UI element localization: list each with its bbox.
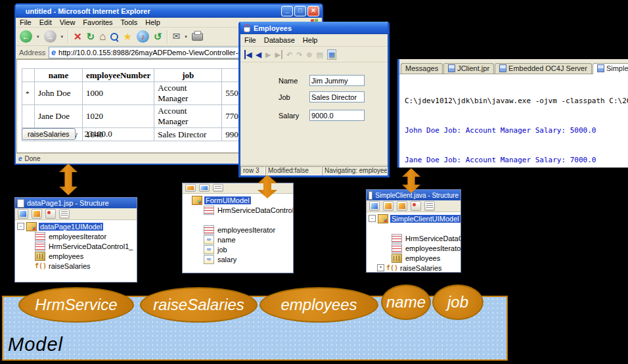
tree-node[interactable]: xy salary (183, 254, 293, 264)
collapse-icon[interactable]: - (17, 223, 24, 230)
iterator-icon (392, 244, 402, 253)
tree-node-root[interactable]: FormUIModel (183, 195, 293, 205)
menu-file[interactable]: File (244, 36, 256, 44)
expand-icon[interactable]: + (377, 264, 384, 271)
simpleclient-panel-titlebar[interactable]: SimpleClient.java - Structure (367, 190, 460, 200)
tab-messages[interactable]: Messages (401, 63, 443, 74)
tree-node[interactable]: + f() raiseSalaries (367, 263, 460, 272)
uimodel-view-icon[interactable] (32, 209, 42, 219)
job-field[interactable] (309, 91, 365, 102)
find-icon[interactable]: ⊕ (306, 50, 312, 59)
java-cup-icon (243, 24, 251, 32)
mail-caret-icon[interactable]: ▾ (185, 34, 187, 39)
property-list-icon[interactable] (59, 209, 70, 219)
tree-node-root[interactable]: - SimpleClientUIModel (367, 214, 460, 223)
copy-icon[interactable]: ▤ (317, 50, 323, 59)
tree-node[interactable]: f() raiseSalaries (15, 261, 137, 271)
name-label: Name (279, 77, 298, 85)
status-navigating: Navigating: employeesIterator (322, 166, 388, 175)
menu-help[interactable]: Help (145, 18, 160, 26)
undo-icon[interactable]: ↶ (286, 50, 292, 59)
iterator-icon (35, 242, 45, 251)
employees-titlebar[interactable]: Employees (240, 22, 388, 34)
back-button-icon[interactable]: ← (20, 30, 32, 43)
refresh-button-icon[interactable]: ↻ (87, 32, 95, 41)
tab-jclient-jpr[interactable]: JClient.jpr (443, 63, 494, 74)
print-button-icon[interactable] (192, 33, 203, 41)
raise-salaries-button[interactable]: raiseSalaries (22, 128, 76, 140)
freeze-view-icon[interactable] (199, 184, 210, 192)
source-view-icon[interactable] (369, 201, 380, 211)
close-button[interactable]: ✕ (307, 6, 319, 16)
tree-node-root[interactable]: - dataPage1UIModel (15, 221, 137, 231)
datapage-panel-toolbar (15, 208, 137, 220)
collapse-icon[interactable]: - (369, 215, 376, 222)
menu-database[interactable]: Database (264, 36, 295, 44)
redo-icon[interactable]: ↷ (296, 50, 302, 59)
tree-node[interactable]: employees (367, 253, 460, 263)
menu-help[interactable]: Help (303, 36, 318, 44)
uimodel-view-icon[interactable] (185, 184, 196, 192)
uimodel-view-icon[interactable] (383, 201, 393, 211)
tree-node[interactable]: employeesIterator (183, 225, 293, 235)
first-record-icon[interactable]: ◀ (244, 50, 252, 59)
tree-node[interactable]: HrmServiceDataControl1 (367, 233, 460, 243)
toolbar-separator (68, 30, 69, 43)
pin-icon[interactable] (411, 201, 421, 211)
media-button-icon[interactable]: ♪ (137, 30, 149, 43)
salary-field[interactable] (309, 110, 365, 121)
tree-node[interactable]: xy name (183, 235, 293, 244)
property-list-icon[interactable] (424, 201, 435, 211)
form-tree: FormUIModel HrmServiceDataControl1_ empl… (183, 194, 293, 273)
cell-job: Sales Director (154, 128, 222, 141)
log-line: C:\jdev1012\jdk\bin\javaw.exe -ojvm -cla… (405, 96, 628, 106)
form-panel-toolbar (183, 183, 293, 194)
forward-caret-icon[interactable]: ▾ (61, 34, 64, 39)
cell-number: 1020 (83, 105, 154, 128)
commit-icon[interactable]: ▦ (327, 49, 336, 60)
search-button-icon[interactable] (110, 33, 118, 41)
forward-button-icon[interactable]: → (44, 30, 56, 43)
tab-simpleclient-jpr[interactable]: SimpleClient.jpr (593, 63, 628, 74)
previous-record-icon[interactable]: ◀ (256, 50, 261, 59)
model-view-icon[interactable] (397, 201, 407, 211)
datapage-panel-titlebar[interactable]: dataPage1.jsp - Structure (15, 198, 137, 208)
pin-icon[interactable] (45, 209, 56, 219)
menu-tools[interactable]: Tools (121, 18, 138, 26)
stop-button-icon[interactable]: ✕ (74, 32, 82, 41)
project-jar-icon (448, 64, 455, 72)
favorites-button-icon[interactable]: ★ (123, 32, 131, 41)
tree-node[interactable]: employeesIterator (367, 243, 460, 253)
menu-file[interactable]: File (20, 18, 32, 26)
property-list-icon[interactable] (213, 184, 223, 192)
cell-number: 1000 (83, 82, 154, 105)
mail-button-icon[interactable]: ✉ (173, 32, 181, 41)
employees-window: Employees File Database Help ◀ ◀ ▶ ▶ ↶ ↷… (238, 22, 390, 177)
iterator-icon (204, 225, 214, 235)
back-caret-icon[interactable]: ▾ (37, 34, 39, 39)
menu-view[interactable]: View (60, 18, 76, 26)
home-button-icon[interactable]: ⌂ (99, 32, 106, 41)
cell-name: Jane Doe (35, 105, 83, 128)
last-record-icon[interactable]: ▶ (275, 50, 282, 59)
history-button-icon[interactable]: ↺ (154, 32, 162, 41)
tree-node[interactable]: xy job (183, 244, 293, 254)
freeze-view-icon[interactable] (18, 209, 28, 219)
menu-edit[interactable]: Edit (39, 18, 52, 26)
browser-to-datapage-arrow (59, 164, 78, 195)
next-record-icon[interactable]: ▶ (265, 50, 271, 59)
tree-node[interactable]: employees (15, 251, 137, 261)
job-label: Job (279, 93, 290, 101)
browser-titlebar[interactable]: e untitled - Microsoft Internet Explorer… (16, 5, 322, 18)
menu-favorites[interactable]: Favorites (83, 18, 112, 26)
tree-node[interactable]: HrmServiceDataControl1_ (15, 241, 137, 251)
cell-job: Account Manager (154, 82, 222, 105)
maximize-button[interactable]: □ (294, 6, 306, 16)
minimize-button[interactable]: _ (281, 6, 293, 16)
tab-embedded-oc4j[interactable]: Embedded OC4J Server (495, 63, 592, 74)
tree-node[interactable]: HrmServiceDataControl1_ (183, 205, 293, 215)
name-field[interactable] (309, 75, 365, 86)
log-output[interactable]: C:\jdev1012\jdk\bin\javaw.exe -ojvm -cla… (399, 74, 628, 168)
tree-node[interactable]: employeesIterator (15, 231, 137, 241)
collection-icon (35, 252, 45, 261)
